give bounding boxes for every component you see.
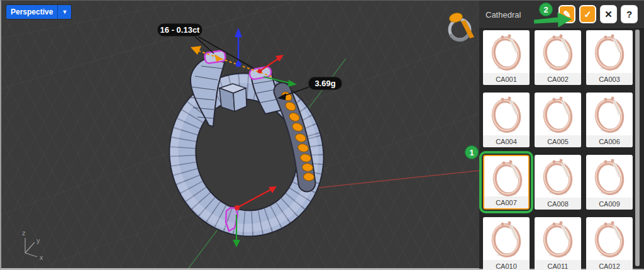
tutorial-step-1-badge: 1 (465, 145, 479, 159)
ring-thumbnail-image (483, 217, 530, 259)
axis-gizmo: z y x (22, 229, 43, 261)
axis-z-label: z (22, 229, 26, 237)
ring-preview-icon (448, 12, 474, 40)
viewport-3d[interactable]: 16 - 0.13ct 3.69g z y x (1, 1, 479, 268)
tutorial-arrow (532, 9, 573, 30)
thumbnail-card[interactable]: CA008 (535, 155, 581, 210)
viewport-canvas: 16 - 0.13ct 3.69g z y x (1, 1, 479, 268)
close-button[interactable]: ✕ (600, 5, 617, 23)
ring-thumbnail-image (535, 30, 581, 72)
left-prong-tip-selection[interactable] (204, 50, 226, 64)
thumbnail-card-selected[interactable]: CA007 (483, 155, 530, 210)
weight-callout-text: 3.69g (314, 79, 335, 88)
application-window: 16 - 0.13ct 3.69g z y x (0, 0, 644, 270)
ring-thumbnail-image (535, 155, 581, 196)
tutorial-step-2-badge: 2 (539, 3, 553, 16)
thumbnail-label: CA007 (484, 196, 528, 208)
ring-thumbnail-image (535, 93, 581, 134)
thumbnail-card[interactable]: CA006 (586, 93, 633, 147)
viewport-title: Perspective (6, 8, 57, 16)
thumbnail-label: CA008 (535, 198, 581, 210)
ring-thumbnail-image (586, 217, 633, 259)
viewport-title-dropdown[interactable]: Perspective ▼ (6, 5, 71, 19)
help-button[interactable]: ? (621, 5, 638, 23)
thumbnail-label: CA001 (483, 73, 530, 85)
help-icon: ? (626, 9, 632, 20)
library-panel: Cathedral ✎ ✓ ✕ ? (479, 1, 644, 269)
thumbnail-card[interactable]: CA010 (483, 217, 530, 270)
thumbnail-card[interactable]: CA001 (483, 30, 530, 85)
thumbnail-card[interactable]: CA012 (586, 217, 633, 270)
axis-y-label: y (36, 237, 40, 244)
gizmo-origin-dot[interactable] (236, 62, 242, 67)
ring-thumbnail-image (484, 156, 528, 196)
gizmo-orange-arrowhead[interactable] (191, 46, 201, 55)
ring-thumbnail-image (586, 30, 633, 72)
thumbnail-label: CA006 (586, 135, 633, 147)
ring-thumbnail-image (586, 93, 633, 134)
stone-callout-text: 16 - 0.13ct (160, 25, 201, 35)
thumbnail-label: CA004 (483, 135, 530, 147)
thumbnail-label: CA002 (535, 73, 581, 85)
ring-thumbnail-image (483, 30, 530, 72)
thumbnail-label: CA012 (586, 260, 633, 270)
ring-thumbnail-image (586, 155, 633, 196)
thumbnail-label: CA011 (535, 260, 581, 270)
check-icon: ✓ (584, 9, 592, 20)
panel-title: Cathedral (486, 10, 521, 20)
panel-scrollbar[interactable] (635, 30, 640, 266)
thumbnail-card[interactable]: CA003 (586, 30, 633, 85)
seat-notch (219, 84, 247, 111)
ring-thumbnail-image (535, 217, 581, 259)
thumbnail-label: CA009 (586, 198, 633, 210)
close-icon: ✕ (604, 9, 613, 20)
confirm-button[interactable]: ✓ (579, 5, 596, 23)
thumbnail-label: CA003 (586, 73, 633, 85)
thumbnail-label: CA010 (483, 260, 530, 270)
thumbnail-label: CA005 (535, 135, 581, 147)
axis-x-label: x (40, 254, 43, 261)
thumbnail-card[interactable]: CA005 (535, 93, 581, 147)
chevron-down-icon[interactable]: ▼ (57, 5, 71, 19)
thumbnail-card[interactable]: CA011 (535, 217, 581, 270)
thumbnail-grid: CA001 CA002 CA003 CA004 CA005 CA006 (483, 30, 633, 270)
ring-thumbnail-image (483, 93, 530, 134)
thumbnail-card[interactable]: CA004 (483, 93, 530, 147)
thumbnail-card[interactable]: CA002 (535, 30, 581, 85)
thumbnail-card[interactable]: CA009 (586, 155, 633, 210)
